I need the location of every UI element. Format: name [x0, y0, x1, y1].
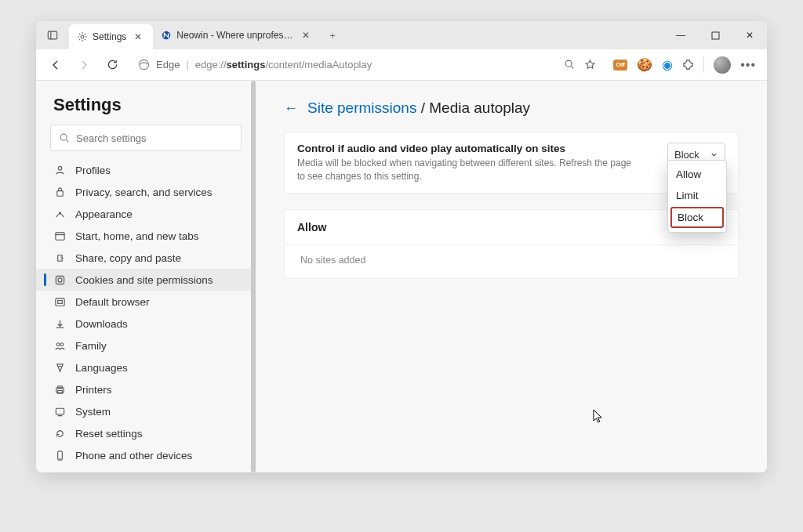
- tab-actions-icon[interactable]: [36, 21, 69, 49]
- forward-button[interactable]: [72, 53, 96, 77]
- sidebar-item-label: Cookies and site permissions: [75, 274, 213, 286]
- close-icon[interactable]: ✕: [131, 30, 145, 44]
- more-menu-icon[interactable]: •••: [740, 58, 756, 72]
- nav-icon: [53, 230, 66, 242]
- sidebar-item[interactable]: Phone and other devices: [36, 444, 256, 466]
- edge-logo-icon: [138, 59, 150, 71]
- svg-point-17: [56, 342, 60, 346]
- sidebar-item-label: Printers: [75, 384, 112, 396]
- tab-title: Settings: [93, 31, 126, 42]
- extensions-area: Off 🍪 ◉ •••: [610, 56, 759, 74]
- sidebar-item[interactable]: Privacy, search, and services: [36, 181, 256, 203]
- control-description: Media will be blocked when navigating be…: [297, 157, 634, 183]
- search-icon: [59, 132, 70, 143]
- sidebar-item[interactable]: Family: [36, 335, 256, 356]
- nav-icon: [53, 317, 66, 330]
- zoom-icon[interactable]: [564, 59, 575, 71]
- sidebar-item-label: Profiles: [75, 165, 111, 176]
- svg-rect-23: [56, 408, 64, 414]
- sidebar-item[interactable]: Reset settings: [36, 422, 256, 444]
- nav-icon: [53, 208, 66, 220]
- profile-avatar[interactable]: [714, 56, 731, 74]
- dropdown-option[interactable]: Block: [670, 207, 724, 228]
- svg-rect-9: [56, 190, 63, 196]
- window-controls: ― ✕: [663, 21, 767, 49]
- gear-icon: [77, 31, 88, 42]
- sidebar-item[interactable]: Accessibility: [36, 466, 256, 472]
- sidebar-item-label: Appearance: [75, 208, 133, 220]
- nav-icon: [53, 361, 66, 374]
- toolbar: Edge | edge://settings/content/mediaAuto…: [36, 49, 767, 81]
- breadcrumb-parent-link[interactable]: Site permissions: [307, 100, 416, 116]
- neowin-icon: [161, 30, 172, 41]
- nav-icon: [53, 405, 66, 418]
- address-bar[interactable]: Edge | edge://settings/content/mediaAuto…: [129, 53, 605, 77]
- svg-rect-15: [55, 298, 64, 305]
- sidebar-item-label: Accessibility: [75, 472, 133, 473]
- search-input[interactable]: Search settings: [50, 125, 242, 151]
- edge-label: Edge: [156, 59, 180, 71]
- svg-point-8: [58, 166, 62, 170]
- extension-off-icon[interactable]: Off: [613, 60, 627, 71]
- svg-rect-4: [712, 32, 719, 39]
- sidebar-item-label: Phone and other devices: [75, 450, 192, 461]
- back-button[interactable]: [44, 53, 67, 77]
- sidebar-item-label: Family: [75, 340, 107, 352]
- sidebar-item[interactable]: Printers: [36, 378, 256, 400]
- dropdown-option[interactable]: Allow: [668, 164, 726, 185]
- select-value: Block: [674, 149, 699, 161]
- svg-rect-13: [56, 276, 64, 284]
- minimize-button[interactable]: ―: [663, 21, 698, 49]
- svg-point-2: [81, 35, 84, 38]
- breadcrumb-back-icon[interactable]: ←: [284, 100, 298, 117]
- sidebar-item[interactable]: Appearance: [36, 203, 256, 225]
- search-placeholder: Search settings: [76, 132, 147, 144]
- nav-icon: [53, 273, 66, 286]
- svg-point-10: [59, 212, 60, 213]
- sidebar-item[interactable]: System: [36, 400, 256, 422]
- allow-empty-text: No sites added: [285, 245, 738, 278]
- close-icon[interactable]: ✕: [299, 28, 313, 42]
- dropdown-option[interactable]: Limit: [668, 185, 726, 206]
- settings-main: ← Site permissions / Media autoplay Cont…: [256, 81, 767, 472]
- maximize-button[interactable]: [698, 21, 732, 49]
- sidebar-item-label: Languages: [75, 362, 128, 374]
- nav-icon: [53, 295, 66, 308]
- extension-icon[interactable]: 🍪: [637, 57, 652, 72]
- refresh-button[interactable]: [100, 53, 124, 77]
- sidebar-item-label: Share, copy and paste: [75, 252, 181, 264]
- control-title: Control if audio and video play automati…: [297, 143, 634, 154]
- sidebar-item[interactable]: Profiles: [36, 159, 256, 181]
- sidebar-item[interactable]: Default browser: [36, 291, 256, 313]
- sidebar-item[interactable]: Start, home, and new tabs: [36, 225, 256, 247]
- breadcrumb-current: Media autoplay: [429, 100, 530, 116]
- autoplay-dropdown: AllowLimitBlock: [667, 160, 727, 233]
- svg-point-18: [60, 342, 63, 346]
- browser-window: Settings ✕ Neowin - Where unprofessional…: [36, 21, 767, 472]
- sidebar-item-label: Downloads: [75, 318, 128, 330]
- nav-icon: [53, 471, 66, 472]
- sidebar-item[interactable]: Share, copy and paste: [36, 247, 256, 269]
- nav-icon: [53, 164, 66, 176]
- titlebar: Settings ✕ Neowin - Where unprofessional…: [36, 21, 767, 49]
- tab-neowin[interactable]: Neowin - Where unprofessional ✕: [153, 21, 321, 49]
- sidebar-item-label: System: [75, 406, 111, 418]
- sidebar-item-label: Privacy, search, and services: [75, 186, 213, 198]
- sidebar-item[interactable]: Cookies and site permissions: [36, 269, 256, 291]
- media-autoplay-control-card: Control if audio and video play automati…: [284, 132, 739, 194]
- extension-icon[interactable]: ◉: [662, 57, 673, 72]
- close-window-button[interactable]: ✕: [732, 21, 767, 49]
- tab-settings[interactable]: Settings ✕: [69, 24, 153, 49]
- favorite-icon[interactable]: [584, 59, 596, 71]
- svg-point-6: [565, 60, 572, 67]
- nav-icon: [53, 427, 66, 440]
- extensions-menu-icon[interactable]: [682, 59, 694, 71]
- new-tab-button[interactable]: ＋: [321, 21, 344, 49]
- svg-rect-11: [55, 232, 64, 239]
- svg-point-7: [60, 134, 67, 140]
- scrollbar[interactable]: [251, 81, 256, 472]
- settings-nav: ProfilesPrivacy, search, and servicesApp…: [36, 159, 256, 472]
- sidebar-item[interactable]: Languages: [36, 356, 256, 378]
- sidebar-item[interactable]: Downloads: [36, 313, 256, 335]
- svg-rect-16: [57, 300, 62, 303]
